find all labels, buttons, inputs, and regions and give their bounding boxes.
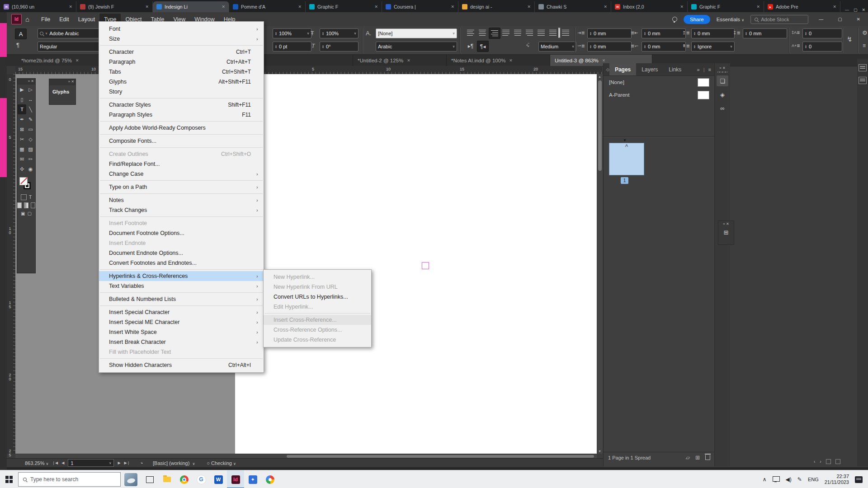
menu-item-bulleted-numbered-lists[interactable]: Bulleted & Numbered Lists› [99,294,264,304]
menu-item-notes[interactable]: Notes› [99,195,264,205]
last-page-button[interactable]: ▶❘ [124,461,130,465]
preflight-preset[interactable]: [Basic] (working) ∨ [153,460,195,466]
drop-cap-chars-field[interactable]: ▲▼0 [802,42,842,52]
table-panel-icon[interactable]: ⊞ [720,227,732,238]
menubar-item-edit[interactable]: Edit [55,14,74,25]
menu-item-character-styles[interactable]: Character StylesShift+F11 [99,100,264,110]
panel-collapse-icon[interactable]: ◇ [604,67,609,72]
menu-item-glyphs[interactable]: GlyphsAlt+Shift+F11 [99,77,264,87]
vertical-scrollbar[interactable]: ▲ ▼ [597,74,603,454]
collapsed-panel-icon[interactable] [859,77,867,84]
selection-tool[interactable]: ▶ [18,84,26,94]
stepper-icon[interactable]: ▲▼ [322,32,324,35]
ruler-origin[interactable] [7,66,16,75]
formatting-affects-container-icon[interactable] [21,194,27,200]
app-icon-blue[interactable]: ✦ [244,470,261,488]
browser-tab[interactable]: Indesign Li✕ [153,1,229,12]
adobe-stock-search[interactable]: Adobe Stock [750,15,808,24]
dock-header[interactable]: » ✕ [715,63,730,70]
scroll-right-icon[interactable]: › [820,459,821,464]
zoom-tool[interactable]: ◉ [26,164,35,174]
chrome-icon[interactable] [175,470,193,488]
page-number-field[interactable]: 1∨ [68,459,114,467]
share-button[interactable]: Share [684,15,710,24]
tab-links[interactable]: Links [663,63,687,75]
eyedropper-tool[interactable]: ✏ [26,154,35,164]
menu-item-size[interactable]: Size› [99,34,264,44]
menu-item-convert-footnotes-and-endnotes[interactable]: Convert Footnotes and Endnotes... [99,258,264,268]
rectangle-tool[interactable]: ▭ [26,124,35,134]
stepper-icon[interactable]: ▲▼ [644,32,646,35]
menu-item-insert-break-character[interactable]: Insert Break Character› [99,337,264,347]
pages-panel-icon[interactable]: ❏ [717,75,728,86]
tab-close-icon[interactable]: ✕ [509,58,513,63]
kashida-combo[interactable]: Medium∨ [538,42,576,52]
volume-icon[interactable]: ◀) [786,476,792,483]
document-tab[interactable]: *Notes AI.indd @ 100%✕ [447,55,550,66]
menu-item-font[interactable]: Font› [99,24,264,34]
clock[interactable]: 22:3721/11/2023 [825,474,849,485]
apply-gradient-icon[interactable] [24,202,28,208]
tab-pages[interactable]: Pages [609,63,636,75]
tray-expand-icon[interactable]: ∧ [763,476,767,483]
tools-panel-header[interactable]: » ✕ [17,79,35,84]
page-number-badge[interactable]: 1 [621,177,628,184]
document-tab[interactable]: *Untitled-2 @ 125%✕ [353,55,447,66]
ltr-direction-button[interactable]: ▸¶ [465,41,476,51]
workspace-switcher[interactable]: Essentials ∨ [717,17,744,22]
network-icon[interactable] [773,476,780,482]
stepper-icon[interactable]: ▲▼ [693,32,696,35]
menu-item-document-footnote-options[interactable]: Document Footnote Options... [99,228,264,238]
new-page-icon[interactable]: ⊞ [695,455,700,461]
apply-none-icon[interactable] [31,202,35,208]
menubar-item-file[interactable]: File [37,14,55,25]
browser-tab[interactable]: Graphic F✕ [306,1,382,12]
browser-minimize-button[interactable]: — [845,8,849,12]
preflight-status[interactable]: ○ Checking ∨ [207,460,236,466]
learn-bulb-icon[interactable] [672,17,677,22]
align-center-button[interactable] [477,28,488,38]
tab-close-icon[interactable]: ✕ [75,58,79,63]
note-tool[interactable]: ✉ [18,154,26,164]
character-formatting-button[interactable]: A [15,28,27,39]
delete-page-icon[interactable] [705,455,710,460]
left-indent-field[interactable]: ▲▼0 mm [587,28,632,38]
browser-tab[interactable]: ▸Adobe Pre✕ [764,1,840,12]
menu-item-insert-special-me-character[interactable]: Insert Special ME Character› [99,317,264,327]
master-page-row[interactable]: A-Parent [604,89,715,101]
first-page-button[interactable]: ❘◀ [52,461,58,465]
hand-tool[interactable]: ✣ [18,164,26,174]
tab-close-icon[interactable]: ✕ [407,58,410,63]
paragraph-formatting-button[interactable]: ¶ [16,42,19,48]
glyphs-panel-label[interactable]: Glyphs [49,85,75,94]
document-page[interactable] [235,74,597,454]
vertical-scale-field[interactable]: ▲▼100%∨ [320,28,359,38]
rtl-direction-button[interactable]: ¶◂ [477,41,489,52]
horizontal-scroll-thumb[interactable] [287,455,594,458]
menu-item-find-replace-font[interactable]: Find/Replace Font... [99,159,264,169]
document-tab[interactable]: *home2b.indd @ 75%✕ [17,55,108,66]
scroll-left-icon[interactable]: ‹ [814,459,815,464]
menu-item-paragraph[interactable]: ParagraphCtrl+Alt+T [99,57,264,67]
menu-item-character[interactable]: CharacterCtrl+T [99,47,264,57]
tab-close-icon[interactable]: ✕ [451,5,454,9]
tab-close-icon[interactable]: ✕ [604,5,607,9]
google-icon[interactable]: G [193,470,210,488]
word-icon[interactable]: W [210,470,227,488]
stepper-icon[interactable]: ▲▼ [275,45,277,48]
view-mode-icon[interactable]: ▣ [21,211,25,216]
vertical-ruler[interactable]: 0510152025 [7,74,16,454]
line-tool[interactable]: ╲ [26,104,35,114]
view-mode-icon[interactable]: ▢ [28,211,32,216]
page-tool[interactable]: ▯ [18,94,26,104]
align-left-button[interactable] [465,28,476,38]
window-maximize-button[interactable]: ▢ [834,17,846,22]
page-size-icon[interactable]: ▱ [686,455,690,461]
menu-item-tabs[interactable]: TabsCtrl+Shift+T [99,67,264,77]
space-before-field[interactable]: ▲▼0 mm [691,28,735,38]
notification-center-icon[interactable] [855,476,863,483]
tab-close-icon[interactable]: ✕ [756,5,760,9]
menu-item-type-on-a-path[interactable]: Type on a Path› [99,182,264,192]
menu-item-document-endnote-options[interactable]: Document Endnote Options... [99,248,264,258]
collapsed-panel-icon[interactable] [859,64,867,71]
